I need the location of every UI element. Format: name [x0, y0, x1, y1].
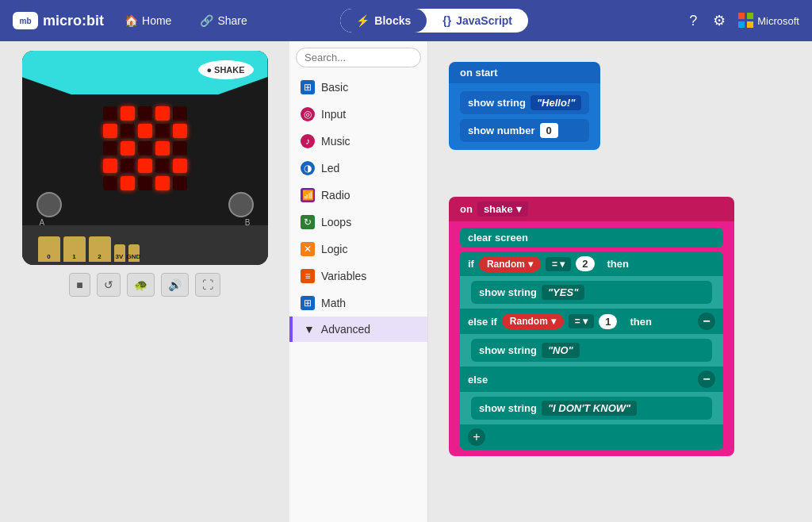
category-music[interactable]: ♪ Music	[289, 128, 427, 155]
led-grid	[103, 106, 187, 190]
settings-button[interactable]: ⚙	[710, 9, 729, 33]
basic-label: Basic	[321, 81, 348, 94]
category-loops[interactable]: ↻ Loops	[289, 209, 427, 236]
advanced-chevron: ▼	[304, 323, 315, 336]
category-math[interactable]: ⊞ Math	[289, 290, 427, 317]
led-23	[155, 176, 170, 190]
tab-group: ⚡ Blocks {} JavaScript	[340, 9, 528, 33]
share-label: Share	[217, 14, 247, 27]
show-number-block[interactable]: show number 0	[460, 119, 589, 142]
math-label: Math	[321, 297, 346, 309]
category-basic[interactable]: ⊞ Basic	[289, 74, 427, 101]
num-1[interactable]: 1	[599, 314, 617, 329]
led-2	[138, 106, 152, 121]
music-icon: ♪	[301, 134, 315, 148]
chevron-down-icon: ▾	[516, 203, 522, 215]
show-dontknow-block[interactable]: show string "I DON'T KNOW"	[471, 397, 712, 420]
help-button[interactable]: ?	[686, 10, 700, 33]
led-13	[155, 141, 170, 155]
advanced-label: Advanced	[321, 323, 370, 336]
variables-icon: ≡	[301, 269, 315, 283]
then-label-1: then	[599, 255, 637, 272]
category-input[interactable]: ◎ Input	[289, 101, 427, 128]
led-22	[138, 176, 152, 190]
show-string-hello-block[interactable]: show string "Hello!"	[460, 91, 589, 114]
else-row: else −	[460, 367, 723, 392]
random-dropdown-1[interactable]: Random ▾	[479, 256, 541, 272]
share-button[interactable]: 🔗 Share	[192, 10, 255, 32]
hello-string-value[interactable]: "Hello!"	[530, 95, 581, 110]
pin-2[interactable]: 2	[89, 236, 111, 262]
category-variables[interactable]: ≡ Variables	[289, 263, 427, 290]
num-2[interactable]: 2	[576, 256, 594, 271]
led-24	[173, 176, 187, 190]
led-0	[103, 106, 117, 121]
chevron-down-icon-2: ▾	[551, 316, 556, 327]
shake-label: ● SHAKE	[198, 60, 254, 79]
logic-label: Logic	[321, 243, 347, 255]
led-16	[121, 159, 135, 173]
number-value[interactable]: 0	[540, 123, 558, 138]
led-11	[121, 141, 135, 155]
led-8	[155, 124, 170, 138]
home-button[interactable]: 🏠 Home	[117, 10, 179, 32]
stop-button[interactable]: ■	[69, 273, 90, 297]
chevron-down-icon-1: ▾	[528, 259, 533, 270]
minus-button-2[interactable]: −	[698, 370, 715, 388]
on-shake-header: on shake ▾	[449, 197, 734, 221]
fullscreen-button[interactable]: ⛶	[195, 273, 220, 297]
else-body: show string "I DON'T KNOW"	[460, 392, 723, 424]
microsoft-logo: Microsoft	[738, 13, 799, 29]
tab-blocks[interactable]: ⚡ Blocks	[340, 9, 427, 33]
slow-button[interactable]: 🐢	[127, 273, 155, 297]
yes-value[interactable]: "YES"	[542, 285, 584, 300]
equals-operator-1[interactable]: = ▾	[546, 257, 571, 271]
equals-operator-2[interactable]: = ▾	[569, 314, 594, 328]
category-led[interactable]: ◑ Led	[289, 155, 427, 182]
if-footer: +	[460, 424, 723, 450]
on-start-header: on start	[449, 62, 600, 83]
led-icon: ◑	[301, 161, 315, 175]
ms-squares-icon	[738, 13, 754, 29]
pin-0[interactable]: 0	[38, 236, 60, 262]
if-else-block: if Random ▾ = ▾ 2 then sho	[460, 251, 723, 450]
sim-controls: ■ ↺ 🐢 🔊 ⛶	[69, 273, 220, 297]
restart-button[interactable]: ↺	[97, 273, 121, 297]
header: mb micro:bit 🏠 Home 🔗 Share ⚡ Blocks {} …	[0, 0, 812, 41]
random-dropdown-2[interactable]: Random ▾	[502, 313, 564, 329]
logo-icon: mb	[13, 12, 38, 29]
clear-screen-block[interactable]: clear screen	[460, 228, 723, 248]
input-icon: ◎	[301, 107, 315, 121]
plus-button[interactable]: +	[468, 428, 485, 446]
led-10	[103, 141, 117, 155]
no-value[interactable]: "NO"	[542, 343, 580, 358]
led-20	[103, 176, 117, 190]
led-5	[103, 124, 117, 138]
search-input[interactable]	[304, 52, 428, 63]
else-if-row: else if Random ▾ = ▾ 1 then −	[460, 309, 723, 334]
then-label-2: then	[622, 313, 659, 330]
shake-dropdown[interactable]: shake ▾	[477, 202, 528, 217]
led-3	[155, 106, 170, 121]
led-15	[103, 159, 117, 173]
tab-javascript[interactable]: {} JavaScript	[427, 9, 528, 33]
category-logic[interactable]: ✕ Logic	[289, 236, 427, 263]
show-yes-block[interactable]: show string "YES"	[471, 281, 712, 304]
share-icon: 🔗	[200, 14, 213, 27]
category-radio[interactable]: 📶 Radio	[289, 182, 427, 209]
workspace[interactable]: on start show string "Hello!" show numbe…	[428, 41, 812, 522]
button-b[interactable]	[228, 192, 254, 217]
audio-button[interactable]: 🔊	[161, 273, 189, 297]
on-start-container: on start show string "Hello!" show numbe…	[449, 62, 600, 150]
pin-1[interactable]: 1	[63, 236, 86, 262]
dk-value[interactable]: "I DON'T KNOW"	[542, 401, 637, 416]
minus-button-1[interactable]: −	[698, 313, 715, 330]
category-advanced[interactable]: ▼ Advanced	[289, 317, 427, 342]
button-a[interactable]	[36, 192, 62, 217]
led-6	[121, 124, 135, 138]
led-7	[138, 124, 152, 138]
led-19	[173, 159, 187, 173]
show-no-block[interactable]: show string "NO"	[471, 339, 712, 362]
led-18	[155, 159, 170, 173]
radio-icon: 📶	[301, 188, 315, 202]
